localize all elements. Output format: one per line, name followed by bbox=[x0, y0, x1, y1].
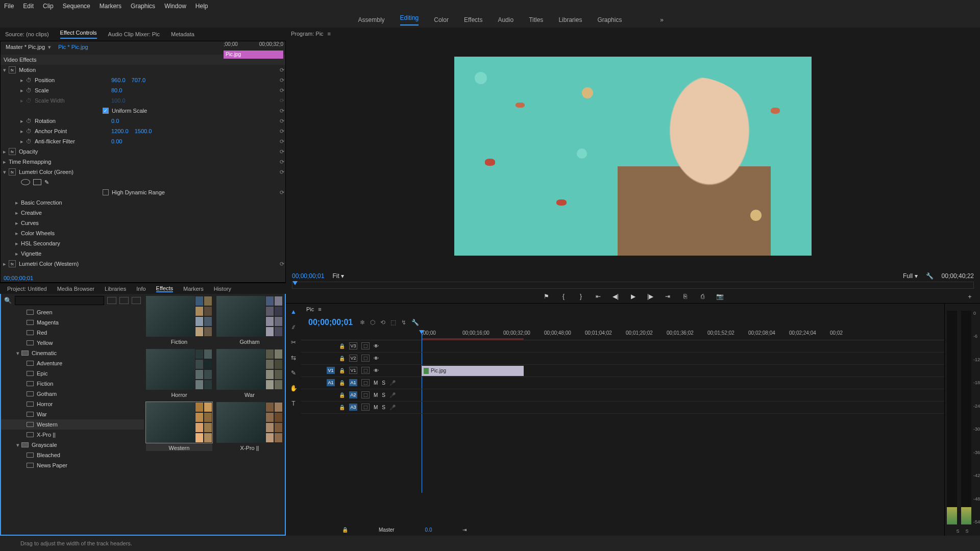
effect-name[interactable]: Motion bbox=[19, 67, 95, 73]
program-playhead-icon[interactable] bbox=[292, 281, 298, 285]
out-button[interactable]: } bbox=[577, 292, 585, 300]
reset-icon[interactable] bbox=[278, 108, 285, 114]
tab-media-browser[interactable]: Media Browser bbox=[57, 286, 94, 292]
solo-button[interactable]: S bbox=[382, 405, 385, 410]
section-label[interactable]: Color Wheels bbox=[21, 230, 97, 236]
sync-lock-icon[interactable]: ⬚ bbox=[361, 367, 370, 374]
track-target[interactable]: A1 bbox=[349, 379, 357, 386]
disclosure-icon[interactable] bbox=[13, 230, 21, 237]
lock-icon[interactable]: 🔒 bbox=[339, 368, 345, 373]
ec-mini-timeline[interactable]: ;00;0000;00;32;0 Pic.jpg bbox=[222, 41, 285, 67]
disclosure-icon[interactable] bbox=[1, 148, 9, 155]
tl-opt-icon-3[interactable]: ⬚ bbox=[390, 319, 396, 326]
menu-sequence[interactable]: Sequence bbox=[63, 3, 90, 10]
section-label[interactable]: Basic Correction bbox=[21, 199, 97, 206]
menu-file[interactable]: File bbox=[4, 3, 14, 10]
goto-out-button[interactable]: ⇥ bbox=[664, 292, 672, 300]
ec-clip-link[interactable]: Pic * Pic.jpg bbox=[58, 44, 88, 50]
prop-value[interactable]: 0.0 bbox=[111, 118, 119, 124]
program-monitor[interactable] bbox=[286, 40, 980, 272]
prop-value[interactable]: 80.0 bbox=[111, 87, 122, 93]
reset-icon[interactable] bbox=[278, 148, 285, 155]
disclosure-icon[interactable] bbox=[1, 169, 9, 176]
master-value[interactable]: 0.0 bbox=[425, 527, 432, 533]
track-target[interactable]: A3 bbox=[349, 404, 357, 411]
solo-button[interactable]: S bbox=[382, 392, 385, 398]
reset-icon[interactable] bbox=[278, 189, 285, 196]
prop-value[interactable]: 1200.0 bbox=[111, 128, 129, 134]
sync-lock-icon[interactable]: ⬚ bbox=[361, 379, 370, 386]
reset-icon[interactable] bbox=[278, 97, 285, 104]
type-tool[interactable]: T bbox=[288, 398, 299, 409]
prop-value[interactable]: 1500.0 bbox=[135, 128, 152, 134]
stopwatch-icon[interactable]: ⏱ bbox=[26, 128, 32, 134]
solo-button[interactable]: S bbox=[382, 380, 385, 386]
disclosure-icon[interactable] bbox=[18, 77, 26, 84]
disclosure-icon[interactable] bbox=[1, 159, 9, 165]
menu-window[interactable]: Window bbox=[164, 3, 186, 10]
stopwatch-icon[interactable]: ⏱ bbox=[26, 138, 32, 144]
lock-icon[interactable]: 🔒 bbox=[339, 343, 345, 349]
marker-button[interactable]: ⚑ bbox=[542, 292, 550, 300]
section-label[interactable]: HSL Secondary bbox=[21, 240, 97, 246]
tree-item-gotham[interactable]: Gotham bbox=[1, 389, 144, 399]
reset-icon[interactable] bbox=[278, 77, 285, 84]
mute-button[interactable]: M bbox=[374, 405, 378, 410]
ws-editing[interactable]: Editing bbox=[400, 14, 419, 26]
disclosure-icon[interactable] bbox=[13, 240, 21, 247]
tree-item-western[interactable]: Western bbox=[1, 419, 144, 430]
reset-icon[interactable] bbox=[278, 118, 285, 124]
eye-icon[interactable]: 👁 bbox=[374, 356, 379, 361]
tab-project-untitled[interactable]: Project: Untitled bbox=[7, 286, 47, 292]
pen-tool[interactable]: ✎ bbox=[288, 368, 299, 378]
lock-icon[interactable]: 🔒 bbox=[339, 356, 345, 361]
tree-item-adventure[interactable]: Adventure bbox=[1, 358, 144, 368]
ws-titles[interactable]: Titles bbox=[529, 16, 543, 23]
preset-western[interactable]: Western bbox=[146, 402, 212, 451]
disclosure-icon[interactable] bbox=[13, 251, 21, 257]
prop-value[interactable]: 100.0 bbox=[111, 97, 126, 104]
voice-icon[interactable]: 🎤 bbox=[389, 380, 396, 386]
timeline-ruler[interactable]: ,00;0000;00;16;0000;00;32;0000;00;48;000… bbox=[301, 330, 944, 340]
rect-mask-icon[interactable] bbox=[33, 179, 41, 185]
ec-timecode[interactable]: 00;00;00;01 bbox=[4, 275, 33, 281]
menu-help[interactable]: Help bbox=[195, 3, 208, 10]
tl-opt-icon-5[interactable]: 🔧 bbox=[411, 319, 419, 326]
track-target[interactable]: V2 bbox=[349, 355, 357, 362]
menu-graphics[interactable]: Graphics bbox=[131, 3, 155, 10]
effect-name[interactable]: Opacity bbox=[19, 148, 95, 155]
tree-item-epic[interactable]: Epic bbox=[1, 368, 144, 379]
tab-info[interactable]: Info bbox=[136, 286, 145, 292]
voice-icon[interactable]: 🎤 bbox=[389, 392, 396, 398]
tab-effect-controls[interactable]: Effect Controls bbox=[60, 30, 97, 39]
disclosure-icon[interactable] bbox=[13, 199, 21, 206]
prop-value[interactable]: 707.0 bbox=[132, 77, 146, 83]
source-patch[interactable]: V1 bbox=[327, 367, 335, 374]
voice-icon[interactable]: 🎤 bbox=[389, 405, 396, 410]
tab-source[interactable]: Source: (no clips) bbox=[5, 31, 49, 37]
master-skip-icon[interactable]: ⇥ bbox=[462, 527, 467, 533]
tree-item-news-paper[interactable]: News Paper bbox=[1, 460, 144, 470]
disclosure-icon[interactable] bbox=[18, 87, 26, 94]
slip-tool[interactable]: ⇆ bbox=[288, 353, 299, 363]
tl-opt-icon-1[interactable]: ⬡ bbox=[370, 319, 375, 326]
ws-graphics[interactable]: Graphics bbox=[597, 16, 622, 23]
disclosure-icon[interactable]: ▾ bbox=[16, 350, 19, 357]
sync-lock-icon[interactable]: ⬚ bbox=[361, 391, 370, 398]
tree-item-green[interactable]: Green bbox=[1, 307, 144, 317]
filter-chip-1[interactable] bbox=[107, 297, 116, 304]
solo-left[interactable]: S bbox=[956, 529, 959, 534]
reset-icon[interactable] bbox=[278, 128, 285, 135]
track-target[interactable]: A2 bbox=[349, 391, 357, 398]
tl-opt-icon-0[interactable]: ❄ bbox=[360, 319, 365, 326]
tab-metadata[interactable]: Metadata bbox=[171, 31, 194, 37]
checkbox[interactable]: ✓ bbox=[103, 108, 109, 114]
lift-button[interactable]: ⎘ bbox=[681, 292, 689, 300]
ws-overflow-icon[interactable]: » bbox=[660, 16, 664, 23]
menu-edit[interactable]: Edit bbox=[23, 3, 34, 10]
preset-horror[interactable]: Horror bbox=[146, 349, 212, 398]
step-fwd-button[interactable]: |▶ bbox=[646, 292, 654, 300]
reset-icon[interactable] bbox=[278, 169, 285, 176]
sync-lock-icon[interactable]: ⬚ bbox=[361, 404, 370, 411]
tl-opt-icon-4[interactable]: ↯ bbox=[401, 319, 406, 326]
